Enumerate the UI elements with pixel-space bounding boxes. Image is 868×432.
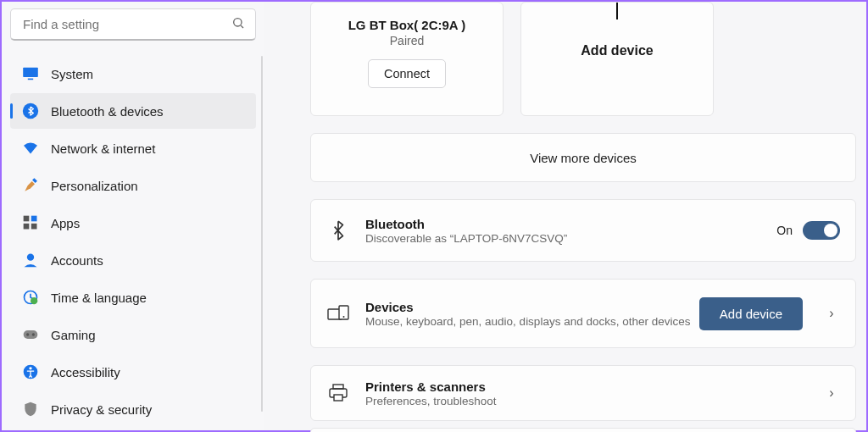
sidebar-item-gaming[interactable]: Gaming (10, 317, 256, 352)
svg-point-20 (343, 316, 345, 318)
devices-title: Devices (365, 300, 699, 314)
device-cards-row: LG BT Box( 2C:9A ) Paired Connect Add de… (310, 2, 856, 116)
chevron-right-icon: › (823, 306, 840, 321)
sidebar-item-label: Accounts (51, 253, 103, 268)
svg-rect-21 (333, 385, 343, 389)
svg-rect-9 (31, 224, 37, 230)
search-icon (231, 16, 245, 33)
svg-rect-2 (23, 68, 38, 77)
search-input[interactable] (21, 16, 231, 32)
sidebar-item-network[interactable]: Network & internet (10, 130, 256, 166)
svg-rect-6 (24, 216, 30, 222)
apps-icon (22, 214, 39, 231)
sidebar-item-label: Apps (51, 216, 80, 230)
wifi-icon (22, 140, 39, 157)
bluetooth-icon (22, 102, 39, 119)
printers-title: Printers & scanners (365, 379, 823, 394)
svg-point-12 (31, 297, 37, 304)
shield-icon (22, 401, 39, 418)
bluetooth-row-text: Bluetooth Discoverable as “LAPTOP-6NV7CS… (365, 217, 776, 245)
chevron-right-icon: › (823, 385, 840, 401)
view-more-devices-row[interactable]: View more devices (310, 133, 856, 182)
add-device-label: Add device (581, 43, 653, 58)
nav-scrollbar-track (261, 56, 263, 412)
view-more-label: View more devices (530, 151, 637, 165)
paired-device-card[interactable]: LG BT Box( 2C:9A ) Paired Connect (310, 2, 504, 116)
sidebar-item-label: Gaming (51, 328, 96, 342)
paintbrush-icon (22, 177, 39, 194)
connect-button[interactable]: Connect (368, 59, 446, 88)
sidebar-item-label: Privacy & security (51, 402, 152, 417)
devices-row[interactable]: Devices Mouse, keyboard, pen, audio, dis… (310, 279, 856, 348)
toggle-label: On (776, 224, 793, 237)
system-icon (22, 65, 39, 82)
sidebar-item-label: Bluetooth & devices (51, 104, 164, 119)
plus-icon (616, 3, 618, 19)
sidebar-item-label: System (51, 67, 93, 81)
printers-row[interactable]: Printers & scanners Preferences, trouble… (310, 365, 856, 421)
svg-rect-13 (24, 330, 38, 339)
svg-point-0 (234, 18, 242, 25)
bluetooth-toggle[interactable] (803, 221, 840, 240)
bluetooth-toggle-area: On (776, 221, 840, 240)
sidebar-item-apps[interactable]: Apps (10, 205, 256, 241)
devices-row-icon (326, 302, 350, 325)
svg-point-14 (26, 333, 29, 335)
add-device-card[interactable]: Add device (520, 2, 714, 116)
search-input-container[interactable] (10, 8, 256, 41)
sidebar-item-label: Time & language (51, 291, 147, 305)
bluetooth-row-icon (326, 219, 350, 242)
sidebar: System Bluetooth & devices Network & int… (2, 2, 264, 430)
devices-row-text: Devices Mouse, keyboard, pen, audio, dis… (365, 300, 699, 328)
accessibility-icon (22, 363, 39, 380)
svg-line-1 (241, 25, 243, 28)
svg-rect-23 (334, 395, 342, 401)
main-content: LG BT Box( 2C:9A ) Paired Connect Add de… (264, 2, 866, 430)
device-name: LG BT Box( 2C:9A ) (348, 18, 466, 32)
sidebar-item-accessibility[interactable]: Accessibility (10, 354, 256, 390)
sidebar-item-label: Accessibility (51, 365, 120, 379)
svg-rect-5 (32, 178, 37, 183)
window-frame: System Bluetooth & devices Network & int… (0, 0, 868, 432)
device-status: Paired (390, 34, 424, 47)
printer-icon (326, 381, 350, 405)
bluetooth-title: Bluetooth (365, 217, 776, 231)
sidebar-item-label: Personalization (51, 179, 138, 193)
svg-rect-3 (28, 79, 33, 80)
sidebar-item-accounts[interactable]: Accounts (10, 242, 256, 278)
bluetooth-toggle-row: Bluetooth Discoverable as “LAPTOP-6NV7CS… (310, 199, 856, 262)
sidebar-item-time-language[interactable]: Time & language (10, 280, 256, 315)
partial-row-bottom[interactable] (310, 428, 856, 432)
sidebar-item-system[interactable]: System (10, 56, 256, 91)
gaming-icon (22, 326, 39, 343)
svg-rect-7 (31, 216, 37, 222)
svg-point-15 (32, 333, 35, 335)
accounts-icon (22, 252, 39, 269)
svg-rect-8 (24, 224, 30, 230)
sidebar-item-bluetooth-devices[interactable]: Bluetooth & devices (10, 93, 256, 129)
add-device-button[interactable]: Add device (699, 297, 803, 330)
bluetooth-subtitle: Discoverable as “LAPTOP-6NV7CSVQ” (365, 232, 776, 245)
svg-point-17 (29, 367, 31, 369)
printers-row-text: Printers & scanners Preferences, trouble… (365, 379, 823, 407)
nav-list: System Bluetooth & devices Network & int… (5, 56, 261, 427)
time-language-icon (22, 289, 39, 306)
devices-subtitle: Mouse, keyboard, pen, audio, displays an… (365, 315, 699, 328)
printers-subtitle: Preferences, troubleshoot (365, 395, 823, 407)
sidebar-item-privacy[interactable]: Privacy & security (10, 391, 256, 427)
sidebar-item-label: Network & internet (51, 141, 155, 156)
sidebar-item-personalization[interactable]: Personalization (10, 168, 256, 203)
svg-point-10 (27, 254, 34, 261)
